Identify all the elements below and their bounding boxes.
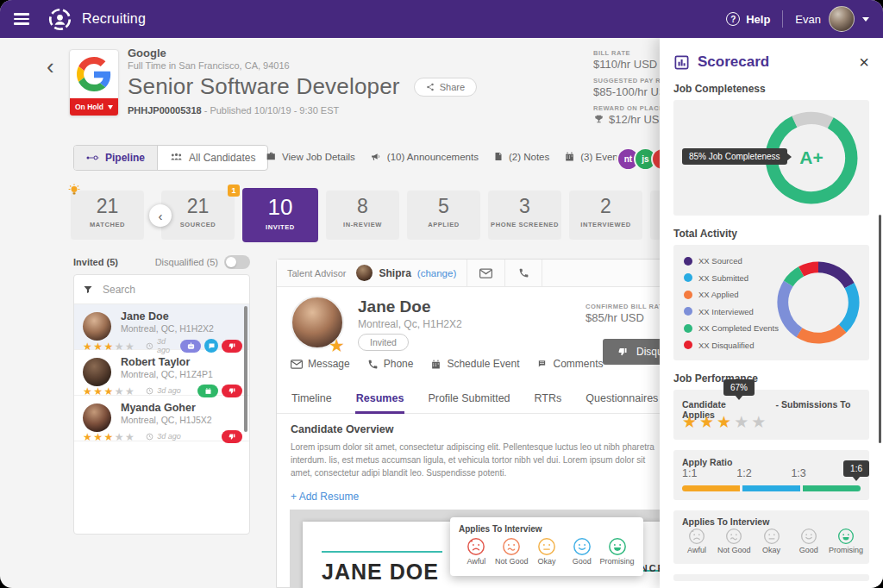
- stages-prev-button[interactable]: ‹: [149, 204, 172, 227]
- tab-rtrs[interactable]: RTRs: [534, 385, 563, 413]
- scale-awful[interactable]: Awful: [679, 528, 715, 554]
- tab-profile-submitted[interactable]: Profile Submitted: [427, 385, 510, 413]
- clock-icon: [146, 433, 153, 441]
- help-button[interactable]: ? Help: [726, 12, 770, 26]
- phone-button[interactable]: Phone: [367, 358, 414, 370]
- confirmed-rate-value: $85/hr USD: [586, 311, 667, 324]
- resume-name: JANE DOE: [322, 560, 439, 585]
- tab-resumes[interactable]: Resumes: [355, 385, 405, 413]
- job-status-label: On Hold: [75, 103, 103, 111]
- stage-count: 21: [161, 195, 235, 218]
- tab-all-candidates[interactable]: All Candidates: [158, 146, 267, 170]
- rating-awful[interactable]: Awful: [459, 537, 494, 566]
- chevron-down-icon: [862, 17, 869, 22]
- tab-questionnaires[interactable]: Questionnaires: [585, 385, 659, 413]
- section-job-performance: Job Performance: [673, 372, 869, 385]
- rating-good[interactable]: Good: [564, 537, 599, 566]
- scale-not-good[interactable]: Not Good: [716, 528, 752, 554]
- legend-dot-applied: [684, 291, 692, 299]
- view-job-details-button[interactable]: View Job Details: [266, 151, 355, 162]
- google-logo-icon: [70, 57, 118, 91]
- performance-star-rating[interactable]: ★★★★★: [682, 412, 768, 432]
- calendar-icon: [430, 359, 442, 370]
- stage-in-review[interactable]: 8 IN-REVIEW: [326, 191, 399, 240]
- next-card-sliver: [673, 574, 869, 581]
- legend-dot-interviewed: [684, 307, 692, 316]
- envelope-icon: [291, 360, 303, 369]
- disqualified-count-label: Disqualified (5): [155, 257, 218, 267]
- scale-good[interactable]: Good: [791, 528, 827, 554]
- reward-value: $12/hr USD: [609, 113, 667, 126]
- hamburger-menu-icon[interactable]: [14, 10, 29, 28]
- schedule-event-button[interactable]: Schedule Event: [430, 358, 519, 370]
- message-button[interactable]: Message: [291, 358, 350, 370]
- advisor-phone-button[interactable]: [504, 260, 542, 286]
- advisor-email-button[interactable]: [467, 260, 504, 286]
- comment-icon: [536, 359, 548, 369]
- filter-icon: [83, 285, 93, 295]
- panel-scrollbar[interactable]: [879, 215, 881, 443]
- company-logo-card: On Hold: [69, 49, 119, 116]
- help-label: Help: [746, 13, 770, 26]
- stage-sourced[interactable]: 1 21 SOURCED: [161, 191, 235, 240]
- add-resume-link[interactable]: + Add Resume: [291, 491, 359, 503]
- stage-label: INTERVIEWED: [569, 221, 642, 228]
- profile-location: Montreal, Qc, H1H2X2: [358, 318, 462, 330]
- app-window: Recruiting ? Help Evan ‹ On Ho: [0, 0, 883, 588]
- candidate-name: Jane Doe: [121, 310, 242, 322]
- job-id: PHHJP00005318: [128, 105, 202, 116]
- list-item-jane-doe[interactable]: Jane Doe Montreal, QC, H1H2X2 ★★★★★ 3d a…: [74, 304, 249, 350]
- disqualified-toggle[interactable]: [224, 255, 250, 269]
- navbar-divider: [782, 10, 783, 28]
- change-advisor-link[interactable]: (change): [417, 268, 456, 278]
- comments-button[interactable]: Comments: [536, 358, 603, 370]
- apply-ratio-card: Apply Ratio 1:1 1:2 1:3 1:6 1:6: [673, 450, 869, 500]
- stage-count: 2: [569, 195, 642, 218]
- pipeline-icon: [86, 154, 99, 161]
- stage-badge: 1: [228, 185, 240, 197]
- rating-not-good[interactable]: Not Good: [494, 537, 529, 566]
- disqualified-badge-icon[interactable]: [222, 430, 242, 443]
- list-item-myanda-goher[interactable]: Myanda Goher Montreal, QC, H1J5X2 ★★★★★ …: [74, 396, 249, 441]
- tab-timeline[interactable]: Timeline: [291, 385, 333, 413]
- scale-promising[interactable]: Promising: [828, 528, 864, 554]
- not-good-face-icon: [502, 537, 521, 556]
- stage-label: APPLIED: [407, 221, 480, 228]
- candidate-location: Montreal, QC, H1H2X2: [121, 323, 242, 334]
- stage-label: IN-REVIEW: [326, 221, 399, 228]
- stage-label: MATCHED: [71, 221, 144, 228]
- list-item-robert-taylor[interactable]: Robert Taylor Montreal, QC, H1Z4P1 ★★★★★…: [74, 350, 249, 396]
- candidate-location: Montreal, QC, H1Z4P1: [121, 369, 242, 379]
- job-status-dropdown[interactable]: On Hold: [70, 98, 118, 116]
- share-button[interactable]: Share: [414, 78, 477, 97]
- legend-dot-disqualified: [684, 341, 692, 349]
- rating-promising[interactable]: Promising: [599, 537, 635, 566]
- close-icon[interactable]: ×: [859, 53, 869, 71]
- clock-icon: [146, 342, 153, 350]
- view-switcher: Pipeline All Candidates: [73, 145, 268, 171]
- job-id-row: PHHJP00005318 - Published 10/10/19 - 9:3…: [128, 105, 477, 116]
- thumbs-down-icon: [617, 347, 629, 357]
- stage-applied[interactable]: 5 APPLIED: [407, 191, 480, 240]
- stage-interviewed[interactable]: 2 INTERVIEWED: [569, 191, 642, 240]
- overview-text: Lorem ipsum dolor sit amet, consectetur …: [291, 441, 667, 479]
- note-icon: [493, 151, 504, 162]
- scale-okay[interactable]: Okay: [754, 528, 790, 554]
- megaphone-icon: [370, 151, 382, 162]
- list-scrollbar[interactable]: [244, 306, 247, 432]
- user-name: Evan: [795, 13, 821, 26]
- search-input[interactable]: [101, 283, 213, 297]
- announcements-button[interactable]: (10) Announcements: [370, 151, 479, 162]
- pipeline-tab-label: Pipeline: [105, 152, 145, 164]
- rating-okay[interactable]: Okay: [529, 537, 565, 566]
- back-button[interactable]: ‹: [47, 55, 54, 78]
- favorite-star-icon[interactable]: ★: [329, 335, 345, 356]
- share-icon: [426, 83, 435, 91]
- good-face-icon: [573, 537, 592, 556]
- stage-invited[interactable]: 10 INVITED: [242, 188, 318, 242]
- stage-phone-screened[interactable]: 3 PHONE SCREENED: [488, 191, 561, 240]
- tab-pipeline[interactable]: Pipeline: [74, 146, 158, 170]
- notes-button[interactable]: (2) Notes: [493, 151, 549, 162]
- stage-matched[interactable]: 21 MATCHED: [71, 191, 144, 240]
- user-menu[interactable]: Evan: [795, 6, 869, 32]
